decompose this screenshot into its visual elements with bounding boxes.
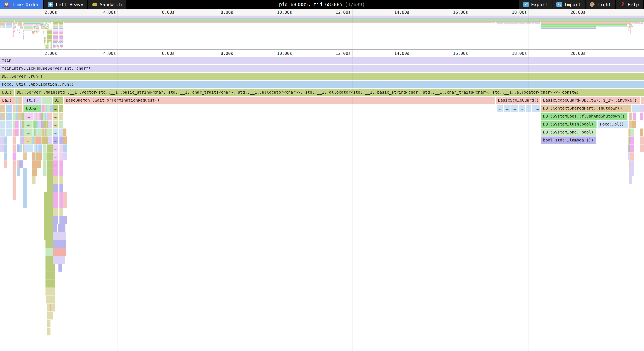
minimap-frame[interactable] [541,22,640,23]
flame-frame[interactable] [640,136,644,144]
minimap-frame[interactable] [46,42,46,43]
minimap-frame[interactable] [633,24,634,26]
minimap-frame[interactable] [2,27,5,28]
minimap-frame[interactable] [541,24,628,26]
minimap-frame[interactable] [53,45,54,46]
minimap-frame[interactable] [47,40,48,41]
minimap-frame[interactable] [60,42,62,43]
flame-frame[interactable]: DB::Server::main(std::__1::vector<std::_… [15,88,644,96]
minimap-frame[interactable] [632,23,633,24]
flame-frame[interactable] [629,176,632,184]
minimap-frame[interactable] [57,45,58,46]
minimap-frame[interactable] [53,24,58,26]
minimap-frame[interactable] [60,34,63,36]
minimap-frame[interactable] [630,27,630,28]
minimap-frame[interactable] [17,33,17,34]
minimap-frame[interactable] [47,41,48,42]
minimap-frame[interactable] [46,26,46,27]
minimap-frame[interactable] [53,38,58,40]
minimap-frame[interactable] [1,23,5,24]
flame-frame[interactable]: … [53,120,58,128]
minimap-frame[interactable] [63,38,64,40]
minimap-frame[interactable] [61,47,62,48]
flame-frame[interactable]: … [53,216,58,224]
minimap-frame[interactable] [46,47,47,48]
minimap-frame[interactable] [43,30,44,31]
minimap-frame[interactable] [47,47,48,48]
minimap-frame[interactable] [24,26,32,27]
minimap-frame[interactable] [6,23,12,24]
minimap-frame[interactable] [0,26,0,27]
flame-frame[interactable]: bool std::…lambda'()) [541,136,596,144]
minimap-frame[interactable] [16,22,16,23]
minimap-frame[interactable] [0,22,15,23]
minimap-frame[interactable] [60,33,63,34]
minimap-frame[interactable] [50,30,51,31]
minimap-frame[interactable] [50,45,50,46]
minimap-frame[interactable] [42,23,43,24]
minimap-frame[interactable] [630,27,631,28]
minimap-frame[interactable] [45,27,46,28]
minimap-frame[interactable] [50,37,51,38]
minimap-frame[interactable] [519,23,525,24]
minimap-frame[interactable] [48,30,49,31]
minimap-frame[interactable] [6,26,12,27]
minimap-frame[interactable] [58,44,58,45]
minimap-frame[interactable] [51,38,52,40]
minimap-frame[interactable] [60,38,63,40]
minimap-frame[interactable] [19,32,20,33]
minimap-frame[interactable] [53,46,54,47]
minimap-frame[interactable] [0,20,14,22]
minimap-frame[interactable] [535,23,540,24]
flame-frame[interactable] [62,224,66,232]
minimap-frame[interactable] [62,44,63,45]
minimap-frame[interactable] [47,44,48,45]
flame-frame[interactable] [640,96,644,104]
minimap-frame[interactable] [497,23,503,24]
flame-frame[interactable] [15,128,18,136]
flame-frame[interactable]: … [24,136,32,144]
minimap-frame[interactable] [51,47,52,48]
flame-frame[interactable] [23,184,27,192]
minimap-frame[interactable] [629,30,630,31]
minimap-frame[interactable] [44,27,45,28]
minimap-frame[interactable] [630,30,631,31]
minimap-frame[interactable] [47,36,48,37]
minimap-frame[interactable] [56,47,56,48]
flame-frame[interactable] [12,136,16,144]
minimap-frame[interactable] [0,16,644,17]
minimap-frame[interactable] [46,40,46,41]
minimap-frame[interactable] [51,33,52,34]
minimap-frame[interactable] [46,45,47,46]
flame-frame[interactable]: … [535,104,540,112]
minimap-frame[interactable] [54,45,55,46]
flame-frame[interactable] [60,184,63,192]
minimap-frame[interactable] [50,40,51,41]
minimap-frame[interactable] [59,24,63,26]
flame-frame[interactable] [23,200,27,208]
minimap-frame[interactable] [629,28,629,30]
minimap-frame[interactable] [49,40,50,41]
flame-frame[interactable] [60,136,63,144]
flame-frame[interactable] [1,104,5,112]
minimap-frame[interactable] [24,30,33,31]
flame-frame[interactable]: … [53,168,58,176]
minimap-frame[interactable] [4,28,4,30]
flame-frame[interactable]: … [53,128,58,136]
minimap-frame[interactable] [47,34,48,36]
flame-frame[interactable] [61,256,65,264]
minimap-frame[interactable] [51,45,52,46]
minimap-frame[interactable] [44,42,45,43]
flame-frame[interactable] [48,96,52,104]
minimap-frame[interactable] [51,40,52,41]
flame-frame[interactable]: … [53,136,58,144]
minimap-frame[interactable] [47,32,48,33]
minimap-frame[interactable] [15,26,16,27]
minimap-frame[interactable] [0,30,0,31]
minimap-frame[interactable] [49,34,50,36]
minimap-frame[interactable] [24,27,32,28]
minimap-frame[interactable] [33,26,33,27]
minimap-frame[interactable] [20,27,21,28]
minimap-frame[interactable] [60,45,61,46]
minimap-frame[interactable] [19,30,20,31]
